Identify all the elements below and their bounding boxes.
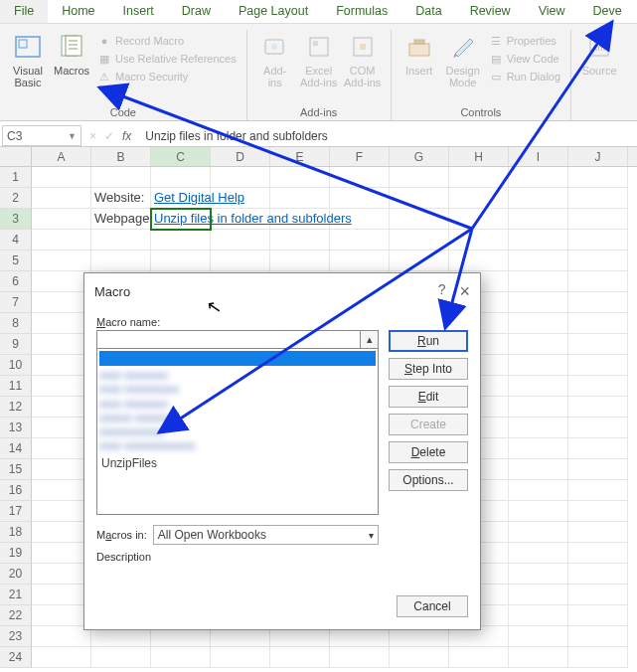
col-header[interactable]: E — [270, 147, 330, 166]
col-header[interactable]: B — [91, 147, 151, 166]
cell[interactable] — [151, 251, 211, 271]
macro-listbox[interactable]: xxxx xxxxxxxxxxxx xxxxxxxxxxxxxx xxxxxxx… — [96, 348, 379, 515]
run-dialog-button[interactable]: ▭Run Dialog — [489, 68, 560, 85]
cell[interactable] — [509, 418, 568, 438]
col-header[interactable]: D — [211, 147, 270, 166]
row-header[interactable]: 22 — [0, 605, 32, 626]
cell[interactable] — [211, 188, 270, 209]
delete-button[interactable]: Delete — [389, 441, 468, 463]
cell[interactable] — [509, 334, 568, 355]
cell[interactable] — [568, 501, 628, 522]
cell[interactable] — [509, 355, 568, 376]
cell[interactable] — [568, 230, 628, 251]
tab-home[interactable]: Home — [48, 0, 108, 23]
list-item[interactable] — [99, 351, 376, 366]
cancel-button[interactable]: Cancel — [397, 595, 468, 617]
cell[interactable] — [509, 271, 568, 292]
cell[interactable] — [449, 167, 509, 188]
cell[interactable] — [390, 209, 449, 230]
cell[interactable] — [568, 355, 628, 376]
cell[interactable] — [568, 167, 628, 188]
row-header[interactable]: 12 — [0, 397, 32, 418]
list-item-unzipfiles[interactable]: UnzipFiles — [99, 455, 376, 471]
cell[interactable] — [509, 564, 568, 585]
cell[interactable]: Webpage: — [91, 209, 151, 230]
accept-formula-icon[interactable]: ✓ — [104, 129, 114, 143]
cell[interactable] — [568, 605, 628, 626]
row-header[interactable]: 13 — [0, 418, 32, 438]
create-button[interactable]: Create — [389, 414, 468, 435]
record-macro-button[interactable]: ●Record Macro — [97, 32, 237, 50]
col-header[interactable]: G — [390, 147, 449, 166]
tab-review[interactable]: Review — [456, 0, 525, 23]
tab-formulas[interactable]: Formulas — [322, 0, 401, 23]
cell[interactable] — [32, 647, 91, 668]
cell[interactable] — [32, 292, 91, 313]
collapse-icon[interactable]: ▴ — [361, 330, 379, 349]
cell[interactable] — [32, 167, 91, 188]
cell[interactable] — [509, 292, 568, 313]
cell[interactable] — [568, 334, 628, 355]
name-box[interactable]: C3 ▼ — [2, 125, 81, 146]
cell[interactable] — [509, 480, 568, 501]
cell[interactable] — [211, 647, 270, 668]
cell[interactable] — [32, 188, 91, 209]
cell[interactable] — [32, 564, 91, 585]
cell[interactable] — [32, 459, 91, 480]
tab-developer[interactable]: Deve — [579, 0, 636, 23]
cell[interactable] — [32, 313, 91, 334]
cell[interactable] — [32, 376, 91, 397]
cell[interactable] — [509, 251, 568, 271]
cell[interactable] — [568, 564, 628, 585]
cell[interactable] — [509, 313, 568, 334]
cell[interactable] — [32, 355, 91, 376]
row-header[interactable]: 6 — [0, 271, 32, 292]
cell[interactable] — [509, 522, 568, 543]
cancel-formula-icon[interactable]: × — [89, 129, 96, 143]
cell[interactable] — [568, 543, 628, 564]
row-header[interactable]: 16 — [0, 480, 32, 501]
cell[interactable] — [390, 230, 449, 251]
properties-button[interactable]: ☰Properties — [489, 32, 560, 50]
cell[interactable] — [568, 585, 628, 605]
view-code-button[interactable]: ▤View Code — [489, 50, 560, 68]
cell[interactable] — [270, 188, 330, 209]
cell[interactable] — [568, 397, 628, 418]
col-header[interactable]: H — [449, 147, 509, 166]
cell[interactable] — [270, 230, 330, 251]
row-header[interactable]: 2 — [0, 188, 32, 209]
cell[interactable] — [509, 230, 568, 251]
row-header[interactable]: 23 — [0, 626, 32, 647]
row-header[interactable]: 7 — [0, 292, 32, 313]
run-button[interactable]: Run — [389, 330, 468, 352]
cell[interactable] — [568, 438, 628, 459]
cell[interactable] — [568, 251, 628, 271]
use-relative-refs-button[interactable]: ▦Use Relative References — [97, 50, 237, 68]
cell[interactable] — [390, 188, 449, 209]
cell[interactable] — [568, 376, 628, 397]
cell[interactable] — [390, 647, 449, 668]
close-icon[interactable]: × — [459, 281, 470, 302]
help-button[interactable]: ? — [438, 281, 446, 302]
step-into-button[interactable]: Step Into — [389, 358, 468, 380]
cell[interactable] — [32, 397, 91, 418]
tab-draw[interactable]: Draw — [168, 0, 225, 23]
cell[interactable] — [330, 230, 390, 251]
tab-insert[interactable]: Insert — [109, 0, 168, 23]
col-header[interactable]: J — [568, 147, 628, 166]
cell[interactable] — [32, 605, 91, 626]
col-header[interactable]: A — [32, 147, 91, 166]
cell[interactable] — [32, 480, 91, 501]
cell[interactable] — [509, 543, 568, 564]
row-header[interactable]: 3 — [0, 209, 32, 230]
cell[interactable] — [91, 230, 151, 251]
cell[interactable] — [509, 397, 568, 418]
cell[interactable] — [390, 251, 449, 271]
cell[interactable] — [509, 647, 568, 668]
addins-button[interactable]: Add- ins — [253, 30, 297, 104]
cell[interactable] — [568, 418, 628, 438]
cell[interactable] — [568, 459, 628, 480]
col-header[interactable]: C — [151, 147, 211, 166]
cell[interactable] — [449, 230, 509, 251]
row-header[interactable]: 15 — [0, 459, 32, 480]
